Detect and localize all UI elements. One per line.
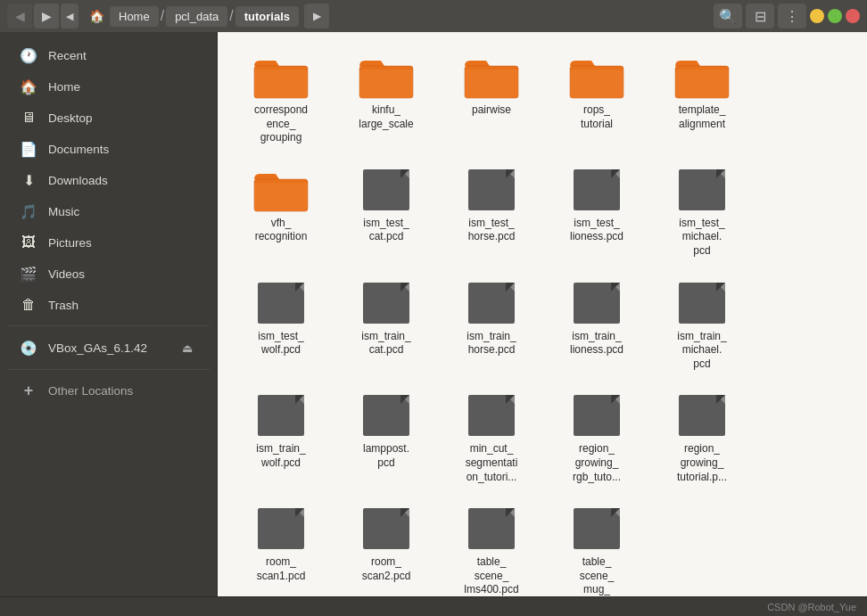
menu-button[interactable]: ⋮ (778, 4, 806, 29)
file-item[interactable]: ism_train_ michael. pcd (653, 273, 751, 379)
file-item[interactable]: room_ scan1.pcd (232, 498, 330, 596)
file-item[interactable]: ism_test_ michael. pcd (653, 160, 751, 266)
sidebar-item-other-locations[interactable]: + Other Locations (5, 375, 211, 406)
videos-icon: 🎬 (20, 265, 37, 283)
folder-icon (252, 53, 310, 100)
forward-button[interactable]: ▶ (34, 4, 59, 29)
file-item[interactable]: pairwise (442, 46, 541, 152)
file-icon (463, 280, 520, 326)
sidebar-item-videos[interactable]: 🎬 Videos (5, 259, 211, 289)
breadcrumb: 🏠 Home / pcl_data / tutorials ▶ (89, 4, 703, 29)
folder-icon (358, 53, 415, 100)
file-item[interactable]: correspond ence_ grouping (232, 46, 330, 152)
maximize-button[interactable] (828, 9, 842, 23)
recent-icon: 🕐 (20, 46, 37, 64)
file-item[interactable]: region_ growing_ tutorial.p... (653, 385, 751, 491)
file-icon (568, 392, 625, 439)
breadcrumb-pcl[interactable]: pcl_data (166, 6, 227, 27)
downloads-icon: ⬇ (20, 171, 37, 189)
sidebar-item-recent[interactable]: 🕐 Recent (5, 40, 211, 70)
file-icon (358, 280, 415, 326)
file-name: rops_ tutorial (581, 103, 613, 131)
sidebar-item-home[interactable]: 🏠 Home (5, 71, 211, 102)
sidebar-divider-1 (7, 325, 210, 326)
folder-icon (673, 53, 731, 100)
documents-icon: 📄 (20, 140, 37, 158)
file-item[interactable]: ism_test_ horse.pcd (442, 160, 541, 266)
file-item[interactable]: table_ scene_ mug_ stereo_ textured. pcd (548, 498, 646, 596)
file-name: room_ scan1.pcd (257, 555, 306, 583)
titlebar: ◀ ▶ ◀ 🏠 Home / pcl_data / tutorials ▶ 🔍 … (0, 0, 867, 32)
file-name: table_ scene_ lms400.pcd (464, 555, 518, 596)
file-name: ism_train_ cat.pcd (361, 330, 410, 357)
sidebar-item-documents[interactable]: 📄 Documents (5, 134, 211, 164)
sidebar-item-vbox[interactable]: 💿 VBox_GAs_6.1.42 ⏏ (5, 332, 211, 364)
file-item[interactable]: template_ alignment (653, 46, 751, 152)
sidebar-item-downloads[interactable]: ⬇ Downloads (5, 165, 211, 195)
svg-rect-5 (359, 70, 413, 98)
sidebar-item-trash[interactable]: 🗑 Trash (5, 290, 211, 320)
file-item[interactable]: ism_train_ lioness.pcd (548, 273, 646, 379)
file-item[interactable]: lamppost. pcd (337, 385, 435, 491)
sidebar-item-music[interactable]: 🎵 Music (5, 196, 211, 226)
file-item[interactable]: ism_train_ cat.pcd (337, 273, 435, 379)
nav-buttons: ◀ ▶ ◀ (7, 4, 78, 29)
file-item[interactable]: ism_train_ wolf.pcd (232, 385, 330, 491)
sidebar-item-desktop[interactable]: 🖥 Desktop (5, 103, 211, 133)
folder-icon (463, 53, 520, 100)
file-item[interactable]: ism_train_ horse.pcd (442, 273, 541, 379)
file-icon (252, 392, 310, 439)
sidebar-divider-2 (7, 369, 210, 370)
svg-rect-8 (465, 70, 518, 98)
statusbar: CSDN @Robot_Yue (0, 596, 867, 616)
file-name: region_ growing_ rgb_tuto... (573, 442, 621, 484)
file-item[interactable]: ism_test_ lioness.pcd (548, 160, 646, 266)
file-item[interactable]: ism_test_ cat.pcd (337, 160, 435, 266)
file-item[interactable]: room_ scan2.pcd (337, 498, 435, 596)
file-name: ism_test_ wolf.pcd (258, 330, 303, 357)
file-icon (568, 280, 625, 326)
file-icon (358, 505, 415, 552)
history-button[interactable]: ◀ (61, 4, 78, 29)
search-button[interactable]: 🔍 (714, 4, 742, 29)
window-controls (810, 9, 860, 23)
sidebar-label-downloads: Downloads (48, 174, 197, 187)
file-icon (568, 505, 625, 552)
breadcrumb-home[interactable]: Home (110, 6, 159, 27)
file-icon (358, 167, 415, 213)
file-item[interactable]: kinfu_ large_scale (337, 46, 435, 152)
folder-icon (252, 167, 310, 213)
eject-button[interactable]: ⏏ (178, 338, 197, 357)
status-credit: CSDN @Robot_Yue (767, 602, 856, 612)
back-button[interactable]: ◀ (7, 4, 32, 29)
view-list-button[interactable]: ⊟ (746, 4, 774, 29)
file-name: kinfu_ large_scale (359, 103, 413, 131)
sidebar-label-recent: Recent (48, 49, 197, 62)
file-item[interactable]: rops_ tutorial (548, 46, 646, 152)
file-name: pairwise (472, 103, 511, 118)
file-grid: correspond ence_ grouping kinfu_ large_s… (232, 46, 853, 596)
file-icon (463, 392, 520, 439)
breadcrumb-more-button[interactable]: ▶ (304, 4, 329, 29)
home-icon: 🏠 (20, 78, 37, 95)
file-item[interactable]: region_ growing_ rgb_tuto... (548, 385, 646, 491)
file-name: region_ growing_ tutorial.p... (677, 442, 727, 484)
file-name: ism_train_ lioness.pcd (570, 330, 623, 357)
minimize-button[interactable] (810, 9, 824, 23)
file-item[interactable]: ism_test_ wolf.pcd (232, 273, 330, 379)
file-icon (673, 280, 731, 326)
file-name: min_cut_ segmentati on_tutori... (466, 442, 518, 484)
file-item[interactable]: vfh_ recognition (232, 160, 330, 266)
music-icon: 🎵 (20, 202, 37, 220)
file-item[interactable]: min_cut_ segmentati on_tutori... (442, 385, 541, 491)
file-name: ism_train_ horse.pcd (467, 330, 516, 357)
breadcrumb-tutorials[interactable]: tutorials (235, 6, 299, 27)
file-icon (673, 392, 731, 439)
file-icon (252, 505, 310, 552)
svg-rect-11 (570, 70, 623, 98)
vbox-icon: 💿 (20, 339, 37, 357)
file-name: ism_test_ horse.pcd (468, 217, 516, 244)
sidebar-item-pictures[interactable]: 🖼 Pictures (5, 227, 211, 258)
file-item[interactable]: table_ scene_ lms400.pcd (442, 498, 541, 596)
close-button[interactable] (846, 9, 860, 23)
